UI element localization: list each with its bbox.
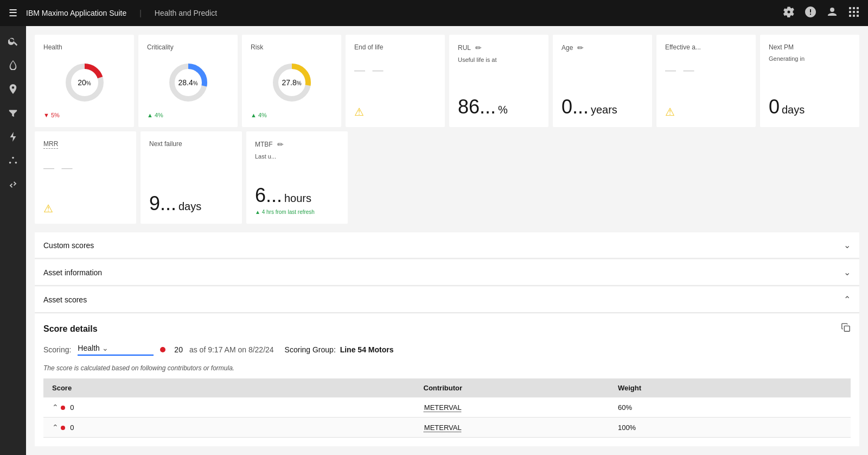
kpi-title-next-pm: Next PM [769,43,851,51]
main-content: Health 20% ▼ 5% Criticality [26,26,868,455]
expand-icon-row1[interactable]: ⌃ [52,403,59,412]
sidebar-item-lightning[interactable] [2,126,24,148]
health-donut: 20% [43,55,125,110]
next-failure-unit: days [178,200,201,212]
score-details-title: Score details [43,324,98,334]
row2-dot [61,426,65,430]
age-value-container: 0... years [561,96,643,118]
sidebar-item-rocket[interactable] [2,54,24,76]
topbar: ☰ IBM Maximo Application Suite | Health … [0,0,868,26]
menu-icon[interactable]: ☰ [9,7,17,19]
help-icon[interactable] [805,7,816,20]
table-row: ⌃ 0 METERVAL 100% [43,418,851,438]
col-score: Score [43,378,277,397]
scoring-selected: Health [78,344,99,352]
svg-rect-1 [853,7,855,9]
mtbf-value-container: 6... hours [255,184,339,207]
svg-point-10 [9,162,11,164]
next-pm-value: 0 [769,96,780,118]
mtbf-trend: ▲ 4 hrs from last refresh [255,209,339,215]
col-weight: Weight [609,378,851,397]
sidebar [0,26,26,455]
age-unit: years [591,104,617,116]
criticality-trend: ▲ 4% [147,112,229,118]
accordion-asset-information: Asset information ⌄ [35,260,859,286]
svg-rect-18 [844,326,850,331]
kpi-title-effective-age: Effective a... [665,43,747,51]
rul-value-container: 86... % [458,96,540,118]
kpi-card-next-failure: Next failure 9... days [141,131,242,224]
apps-icon[interactable] [848,7,859,20]
scoring-dropdown[interactable]: Health ⌄ [78,344,154,356]
rul-edit-icon[interactable]: ✏ [475,43,482,52]
next-pm-value-container: 0 days [769,96,851,118]
expand-icon-row2[interactable]: ⌃ [52,423,59,432]
kpi-card-mtbf: MTBF ✏ Last u... 6... hours ▲ 4 hrs from… [246,131,348,224]
svg-rect-4 [853,11,855,13]
kpi-title-criticality: Criticality [147,43,229,51]
risk-value: 27.8% [282,78,301,87]
topbar-divider: | [139,9,142,17]
table-row: ⌃ 0 METERVAL 60% [43,397,851,418]
effective-age-dash: — — [665,64,747,77]
svg-point-11 [15,162,17,164]
topbar-actions [783,7,859,20]
end-of-life-warning-icon: ⚠ [354,105,436,118]
criticality-donut: 28.4% [147,55,229,110]
scoring-row: Scoring: Health ⌄ 20 as of 9:17 AM on 8/… [43,344,851,356]
kpi-card-next-pm: Next PM Generating in 0 days [760,35,859,127]
row1-contributor-cell: METERVAL [277,397,609,418]
chevron-down-icon-custom: ⌄ [844,240,851,250]
rul-unit: % [498,104,508,116]
row2-weight-cell: 100% [609,418,851,438]
sidebar-item-location[interactable] [2,78,24,100]
row1-score-cell: ⌃ 0 [43,397,277,418]
health-value: 20% [78,78,91,87]
accordion-custom-scores: Custom scores ⌄ [35,232,859,258]
criticality-value: 28.4% [178,78,197,87]
mtbf-edit-icon[interactable]: ✏ [277,140,284,149]
svg-point-9 [12,157,14,159]
svg-rect-2 [857,7,859,9]
age-value: 0... [561,96,589,118]
mtbf-subtitle: Last u... [255,153,339,160]
row1-contributor: METERVAL [424,403,462,412]
sidebar-item-exchange[interactable] [2,174,24,195]
sidebar-item-search[interactable] [2,30,24,52]
age-edit-icon[interactable]: ✏ [577,43,584,52]
row1-weight-cell: 60% [609,397,851,418]
kpi-card-health: Health 20% ▼ 5% [35,35,134,127]
mrr-warning-icon: ⚠ [43,202,127,215]
accordion-header-asset-info[interactable]: Asset information ⌄ [35,260,859,285]
sidebar-item-filter[interactable] [2,102,24,124]
copy-icon[interactable] [841,323,851,335]
row2-score-cell: ⌃ 0 [43,418,277,438]
kpi-grid-row1: Health 20% ▼ 5% Criticality [35,35,859,127]
kpi-card-effective-age: Effective a... — — ⚠ [656,35,756,127]
accordion-asset-scores: Asset scores ⌃ [35,287,859,313]
rul-value: 86... [458,96,496,118]
kpi-title-health: Health [43,43,125,51]
score-description: The score is calculated based on followi… [43,364,851,372]
kpi-card-risk: Risk 27.8% ▲ 4% [242,35,341,127]
score-dot [160,347,165,352]
score-table: Score Contributor Weight ⌃ 0 METERVAL [43,378,851,438]
settings-icon[interactable] [783,7,794,20]
next-failure-value-container: 9... days [149,192,233,215]
score-numeric-value: 20 [174,345,183,354]
scoring-group-value: Line 54 Motors [340,345,394,354]
sidebar-item-network[interactable] [2,150,24,172]
score-details-panel: Score details Scoring: Health ⌄ 20 as of… [35,314,859,446]
kpi-card-rul: RUL ✏ Useful life is at 86... % [449,35,548,127]
accordion-header-custom-scores[interactable]: Custom scores ⌄ [35,232,859,258]
rul-subtitle: Useful life is at [458,56,540,63]
user-icon[interactable] [827,7,838,20]
kpi-card-end-of-life: End of life — — ⚠ [346,35,445,127]
app-title: IBM Maximo Application Suite [26,9,126,17]
app-subtitle: Health and Predict [155,9,217,17]
mtbf-value: 6... [255,184,282,206]
score-table-wrapper: Score Contributor Weight ⌃ 0 METERVAL [43,378,851,438]
col-contributor: Contributor [277,378,609,397]
accordion-header-asset-scores[interactable]: Asset scores ⌃ [35,287,859,312]
kpi-title-age: Age ✏ [561,43,643,52]
